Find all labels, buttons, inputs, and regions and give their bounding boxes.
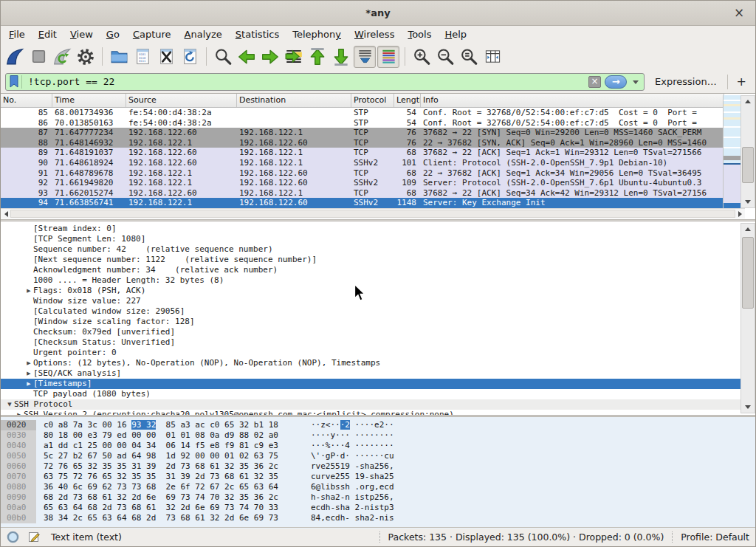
menu-edit[interactable]: Edit (32, 29, 63, 40)
column-header-source[interactable]: Source (126, 94, 237, 107)
menu-telephony[interactable]: Telephony (286, 29, 348, 40)
detail-row[interactable]: Acknowledgment number: 34 (relative ack … (1, 265, 742, 275)
column-header-length[interactable]: Length (394, 94, 421, 107)
hex-row-0070[interactable]: 007063 75 72 76 65 32 35 35 31 39 2d 73 … (1, 472, 755, 482)
filter-clear-icon[interactable]: × (588, 76, 601, 88)
add-filter-button[interactable]: + (732, 75, 751, 89)
packet-list-vscrollbar[interactable] (740, 95, 755, 208)
find-packet-button[interactable] (212, 46, 234, 68)
detail-row[interactable]: Window size value: 227 (1, 296, 742, 306)
save-file-button[interactable]: 010101100111 (131, 46, 154, 68)
menu-go[interactable]: Go (100, 29, 126, 40)
detail-row[interactable]: [TCP Segment Len: 1080] (1, 234, 742, 244)
detail-row[interactable]: [Next sequence number: 1122 (relative se… (1, 255, 742, 265)
hscrollbar-thumb[interactable] (10, 210, 735, 218)
hex-ascii[interactable]: 84,ecdh- sha2-nis (311, 513, 394, 523)
packet-row-92[interactable]: 9271.661949820192.168.122.1192.168.122.6… (1, 178, 724, 188)
detail-row[interactable]: 1000 .... = Header Length: 32 bytes (8) (1, 275, 742, 286)
packet-row-89[interactable]: 8971.648191037192.168.122.60192.168.122.… (1, 148, 724, 158)
go-first-button[interactable] (306, 46, 329, 68)
hex-bytes[interactable]: 5c 27 b2 67 50 ad 64 98 1d 92 00 00 01 0… (44, 451, 311, 461)
hex-row-0090[interactable]: 009068 2d 73 68 61 32 2d 6e 69 73 74 70 … (1, 492, 755, 503)
packet-row-88[interactable]: 8871.648146932192.168.122.1192.168.122.6… (1, 138, 724, 148)
go-to-packet-button[interactable] (283, 46, 305, 68)
detail-row[interactable]: [Stream index: 0] (1, 224, 742, 234)
hex-bytes[interactable]: 80 18 00 e3 79 ed 00 00 01 01 08 0a d9 8… (44, 430, 311, 441)
collapsed-expander-icon[interactable]: ▶ (15, 410, 24, 415)
go-forward-button[interactable] (259, 46, 281, 68)
expert-info-icon[interactable] (7, 531, 19, 543)
scroll-up-icon[interactable] (741, 96, 755, 106)
hex-bytes[interactable]: c0 a8 7a 3c 00 16 93 32 85 a3 ac c0 65 3… (44, 420, 311, 430)
stop-capture-button[interactable] (27, 46, 49, 68)
detail-row[interactable]: ▶Flags: 0x018 (PSH, ACK) (1, 286, 742, 296)
hex-bytes[interactable]: 72 76 65 32 35 35 31 39 2d 73 68 61 32 3… (44, 461, 311, 472)
hex-ascii[interactable]: ··z<···2 ····e2·· (311, 420, 394, 430)
zoom-out-button[interactable] (434, 46, 456, 68)
collapsed-expander-icon[interactable]: ▶ (24, 379, 33, 389)
packet-row-86[interactable]: 8670.013850163fe:54:00:d4:38:2aSTP54Conf… (1, 118, 724, 128)
hex-bytes[interactable]: 38 34 2c 65 63 64 68 2d 73 68 61 32 2d 6… (44, 513, 311, 523)
collapsed-expander-icon[interactable]: ▶ (24, 286, 33, 296)
status-profile[interactable]: Profile: Default (681, 531, 749, 543)
hex-ascii[interactable]: h-sha2-n istp256, (311, 492, 394, 502)
zoom-original-button[interactable] (458, 46, 480, 68)
go-last-button[interactable] (330, 46, 352, 68)
hex-ascii[interactable]: ····y··· ········ (311, 430, 394, 440)
filter-dropdown-icon[interactable] (633, 80, 639, 87)
menu-wireless[interactable]: Wireless (348, 29, 401, 40)
packet-row-87[interactable]: 8771.647777234192.168.122.60192.168.122.… (1, 128, 724, 138)
hex-bytes[interactable]: 68 2d 73 68 61 32 2d 6e 69 73 74 70 32 3… (44, 492, 311, 503)
detail-row[interactable]: Sequence number: 42 (relative sequence n… (1, 244, 742, 255)
expression-button[interactable]: Expression… (655, 76, 717, 87)
detail-row[interactable]: ▶[SEQ/ACK analysis] (1, 368, 742, 379)
detail-row[interactable]: Urgent pointer: 0 (1, 348, 742, 358)
display-filter-input[interactable]: !tcp.port == 22 × → (5, 73, 645, 91)
details-vscrollbar[interactable] (740, 223, 755, 413)
hex-bytes[interactable]: 36 40 6c 69 62 73 73 68 2e 6f 72 67 2c 6… (44, 482, 311, 492)
packet-list-minimap[interactable] (723, 95, 740, 208)
hex-ascii[interactable]: \'·gP·d· ······cu (311, 451, 394, 461)
column-header-protocol[interactable]: Protocol (351, 94, 394, 107)
close-file-button[interactable] (155, 46, 177, 68)
filter-bookmark-icon[interactable] (10, 75, 18, 88)
packet-list-hscrollbar[interactable] (1, 208, 745, 219)
expanded-expander-icon[interactable]: ▼ (5, 399, 14, 410)
capture-options-button[interactable] (75, 46, 97, 68)
menu-file[interactable]: File (2, 29, 32, 40)
menu-tools[interactable]: Tools (401, 29, 438, 40)
menu-statistics[interactable]: Statistics (229, 29, 286, 40)
scroll-up-icon[interactable] (741, 224, 755, 234)
detail-row[interactable]: TCP payload (1080 bytes) (1, 389, 742, 399)
hex-row-00b0[interactable]: 00b038 34 2c 65 63 64 68 2d 73 68 61 32 … (1, 513, 755, 523)
hex-bytes[interactable]: 65 63 64 68 2d 73 68 61 32 2d 6e 69 73 7… (44, 503, 311, 513)
column-header-info[interactable]: Info (421, 94, 724, 107)
detail-row[interactable]: Checksum: 0x79ed [unverified] (1, 327, 742, 337)
resize-columns-button[interactable] (481, 46, 504, 68)
hex-ascii[interactable]: ···%···4 ········ (311, 441, 394, 450)
column-header-destination[interactable]: Destination (237, 94, 351, 107)
auto-scroll-button[interactable] (354, 46, 376, 68)
restart-capture-button[interactable] (51, 46, 73, 68)
detail-row[interactable]: [Checksum Status: Unverified] (1, 337, 742, 348)
packet-row-94[interactable]: 9471.663856741192.168.122.1192.168.122.6… (1, 198, 724, 208)
scroll-right-icon[interactable] (735, 209, 745, 219)
detail-row[interactable]: ▼SSH Protocol (1, 399, 742, 410)
filter-text[interactable]: !tcp.port == 22 (24, 76, 588, 87)
hex-bytes[interactable]: 63 75 72 76 65 32 35 35 31 39 2d 73 68 6… (44, 472, 311, 482)
colorize-button[interactable] (377, 46, 399, 68)
menu-view[interactable]: View (63, 29, 100, 40)
detail-row[interactable]: [Window size scaling factor: 128] (1, 317, 742, 327)
hex-row-0050[interactable]: 00505c 27 b2 67 50 ad 64 98 1d 92 00 00 … (1, 451, 755, 461)
hex-row-00a0[interactable]: 00a065 63 64 68 2d 73 68 61 32 2d 6e 69 … (1, 503, 755, 513)
open-file-button[interactable] (108, 46, 130, 68)
scrollbar-thumb[interactable] (742, 237, 754, 309)
capture-comment-icon[interactable] (28, 531, 41, 543)
packet-row-90[interactable]: 9071.648618924192.168.122.60192.168.122.… (1, 158, 724, 168)
hex-row-0060[interactable]: 006072 76 65 32 35 35 31 39 2d 73 68 61 … (1, 461, 755, 472)
hex-ascii[interactable]: curve255 19-sha25 (311, 472, 394, 481)
hex-row-0030[interactable]: 003080 18 00 e3 79 ed 00 00 01 01 08 0a … (1, 430, 755, 441)
scroll-left-icon[interactable] (1, 209, 10, 219)
menu-capture[interactable]: Capture (126, 29, 178, 40)
detail-row[interactable]: ▶[Timestamps] (1, 379, 742, 389)
